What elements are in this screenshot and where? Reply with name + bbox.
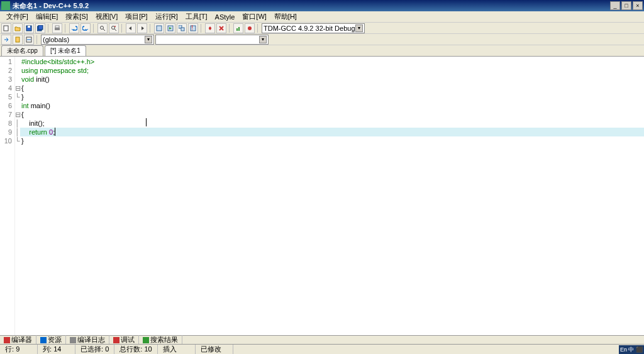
fold-column[interactable]: ⊟└⊟││└ xyxy=(15,57,20,335)
goto-line-button[interactable] xyxy=(24,35,34,45)
run-button[interactable] xyxy=(165,23,175,33)
svg-rect-23 xyxy=(16,37,19,42)
bottom-tab-0[interactable]: 编译器 xyxy=(0,335,36,345)
status-total: 总行数: 10 xyxy=(114,345,157,354)
menu-item-3[interactable]: 视图[V] xyxy=(92,12,121,21)
fold-marker[interactable]: ⊟ xyxy=(15,110,20,119)
window-title: 未命名1 - Dev-C++ 5.9.2 xyxy=(13,1,610,11)
stop-button[interactable] xyxy=(216,23,226,33)
bottom-tab-4[interactable]: 搜索结果 xyxy=(139,335,182,345)
code-line-7[interactable]: { xyxy=(20,110,644,119)
profile-button[interactable] xyxy=(233,23,243,33)
fold-marker[interactable]: └ xyxy=(15,136,20,145)
menu-item-8[interactable]: 窗口[W] xyxy=(238,12,270,21)
code-line-10[interactable]: } xyxy=(20,136,644,145)
code-line-8[interactable]: init(); xyxy=(20,119,644,128)
code-line-6[interactable]: int main() xyxy=(20,101,644,110)
fold-marker[interactable]: └ xyxy=(15,92,20,101)
symbol-select[interactable]: ▾ xyxy=(155,35,269,45)
chevron-down-icon: ▾ xyxy=(259,36,267,43)
svg-rect-4 xyxy=(38,25,43,30)
code-line-3[interactable]: void init() xyxy=(20,75,644,84)
print-button[interactable] xyxy=(52,23,62,33)
menu-item-7[interactable]: AStyle xyxy=(211,13,239,21)
line-number: 10 xyxy=(0,136,12,145)
bottom-tab-3[interactable]: 调试 xyxy=(109,335,139,345)
undo-button[interactable] xyxy=(69,23,79,33)
minimize-button[interactable]: _ xyxy=(610,1,620,10)
debug-breakpoint-button[interactable] xyxy=(245,23,255,33)
file-tab-0[interactable]: 未命名.cpp xyxy=(1,45,43,56)
svg-point-22 xyxy=(248,26,252,30)
bookmark-button[interactable] xyxy=(13,35,23,45)
bottom-panel-tabs: 编译器资源编译日志调试搜索结果 xyxy=(0,335,644,344)
bottom-tab-1[interactable]: 资源 xyxy=(36,335,66,345)
code-editor[interactable]: 12345678910 ⊟└⊟││└ #include<bits/stdc++.… xyxy=(0,57,644,335)
file-tab-1[interactable]: [*] 未命名1 xyxy=(45,45,86,56)
new-file-button[interactable] xyxy=(1,23,11,33)
debug-button[interactable] xyxy=(205,23,215,33)
menubar: 文件[F]编辑[E]搜索[S]视图[V]项目[P]运行[R]工具[T]AStyl… xyxy=(0,11,644,23)
tab-icon xyxy=(70,337,76,343)
scope-select[interactable]: (globals) ▾ xyxy=(41,35,154,45)
fold-marker[interactable] xyxy=(15,101,20,110)
code-area[interactable]: #include<bits/stdc++.h>using namespace s… xyxy=(20,57,644,335)
fold-marker[interactable] xyxy=(15,66,20,75)
menu-item-2[interactable]: 搜索[S] xyxy=(62,12,91,21)
svg-line-8 xyxy=(103,29,105,31)
menu-item-1[interactable]: 编辑[E] xyxy=(32,12,62,21)
back-button[interactable] xyxy=(126,23,136,33)
tab-label: 资源 xyxy=(48,335,62,345)
line-number: 5 xyxy=(0,92,12,101)
svg-rect-20 xyxy=(236,28,238,31)
tab-icon xyxy=(143,337,149,343)
svg-point-11 xyxy=(114,26,116,27)
compile-button[interactable] xyxy=(154,23,164,33)
menu-item-5[interactable]: 运行[R] xyxy=(152,12,182,21)
rebuild-button[interactable]: ! xyxy=(188,23,198,33)
fold-marker[interactable]: │ xyxy=(15,128,20,136)
forward-button[interactable] xyxy=(137,23,147,33)
menu-item-0[interactable]: 文件[F] xyxy=(3,12,32,21)
status-col: 列: 14 xyxy=(38,345,75,354)
code-line-2[interactable]: using namespace std; xyxy=(20,66,644,75)
compiler-select[interactable]: TDM-GCC 4.9.2 32-bit Debug ▾ xyxy=(262,23,365,33)
fold-marker[interactable]: ⊟ xyxy=(15,84,20,92)
code-line-9[interactable]: return 0; xyxy=(20,128,644,136)
compile-run-button[interactable] xyxy=(177,23,187,33)
status-line: 行: 9 xyxy=(0,345,38,354)
menu-item-6[interactable]: 工具[T] xyxy=(182,12,211,21)
code-line-1[interactable]: #include<bits/stdc++.h> xyxy=(20,57,644,66)
status-modified: 已修改 xyxy=(196,345,233,354)
save-button[interactable] xyxy=(24,23,34,33)
replace-button[interactable] xyxy=(109,23,119,33)
menu-item-4[interactable]: 项目[P] xyxy=(121,12,151,21)
code-line-4[interactable]: { xyxy=(20,84,644,92)
compiler-select-text: TDM-GCC 4.9.2 32-bit Debug xyxy=(264,25,355,32)
fold-marker[interactable] xyxy=(15,57,20,66)
svg-rect-12 xyxy=(157,26,162,31)
toolbar-main: ! TDM-GCC 4.9.2 32-bit Debug ▾ xyxy=(0,23,644,34)
scope-select-text: (globals) xyxy=(43,36,69,43)
ime-indicator[interactable]: En 中 ⬛ xyxy=(619,345,644,354)
svg-text:!: ! xyxy=(191,25,193,31)
save-all-button[interactable] xyxy=(35,23,45,33)
fold-marker[interactable]: │ xyxy=(15,119,20,128)
chevron-down-icon: ▾ xyxy=(145,36,152,43)
line-number: 4 xyxy=(0,84,12,92)
maximize-button[interactable]: □ xyxy=(621,1,631,10)
status-sel: 已选择: 0 xyxy=(75,345,114,354)
open-button[interactable] xyxy=(13,23,23,33)
line-number: 9 xyxy=(0,128,12,136)
tab-label: 搜索结果 xyxy=(150,335,178,345)
bottom-tab-2[interactable]: 编译日志 xyxy=(66,335,109,345)
redo-button[interactable] xyxy=(80,23,91,33)
menu-item-9[interactable]: 帮助[H] xyxy=(270,12,301,21)
goto-button[interactable] xyxy=(1,35,11,45)
svg-rect-15 xyxy=(181,28,184,31)
line-number: 3 xyxy=(0,75,12,84)
code-line-5[interactable]: } xyxy=(20,92,644,101)
fold-marker[interactable] xyxy=(15,75,20,84)
close-button[interactable]: × xyxy=(633,1,643,10)
find-button[interactable] xyxy=(97,23,108,33)
